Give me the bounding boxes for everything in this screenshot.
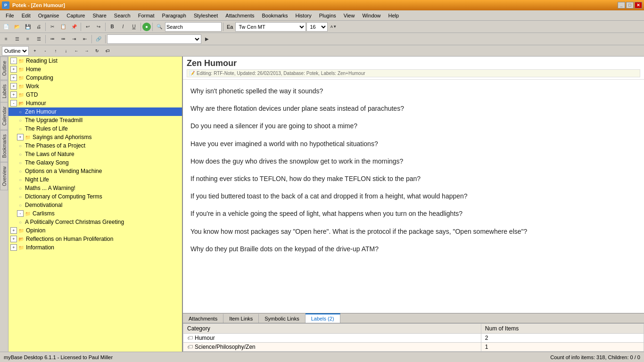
font-color-button[interactable]: A▼ [328,22,339,32]
outline-refresh-icon[interactable]: ↻ [93,47,101,55]
tab-attachments[interactable]: Attachments [183,313,223,323]
menu-share[interactable]: Share [89,12,110,19]
underline-button[interactable]: U [129,22,139,32]
tree-demotivational[interactable]: ○ Demotivational [8,201,182,209]
style-select[interactable] [107,34,201,44]
outline-up-icon[interactable]: ↑ [51,47,60,55]
expand-reading-list[interactable]: - [10,58,17,64]
outline-left-icon[interactable]: ← [72,47,81,55]
search-toolbar-button[interactable]: 🔍 [154,22,165,32]
content-body[interactable]: Why isn't phonetic spelled the way it so… [183,80,644,313]
align-center-button[interactable]: ☰ [12,34,22,44]
style-apply-button[interactable]: ▶ [202,34,212,44]
bold-button[interactable]: B [107,22,117,32]
menu-capture[interactable]: Capture [63,12,89,19]
maximize-button[interactable]: □ [626,2,634,8]
tree-reflections[interactable]: + 📂 Reflections on Human Proliferation [8,235,182,243]
cut-button[interactable]: ✂ [47,22,58,32]
tree-computing[interactable]: + 📁 Computing [8,74,182,82]
menu-file[interactable]: File [2,12,18,19]
tree-home[interactable]: + 📁 Home [8,65,182,74]
insert-link-button[interactable]: 🔗 [93,34,104,44]
tree-zen-humour[interactable]: ○ Zen Humour [8,107,182,116]
label-row-zen[interactable]: 🏷Science/Philosophy/Zen 1 [183,343,644,352]
expand-work[interactable]: + [10,83,17,90]
menu-bookmarks[interactable]: Bookmarks [258,12,291,19]
outdent-button[interactable]: ⇤ [80,34,90,44]
expand-humour[interactable]: - [10,100,17,107]
open-button[interactable]: 📂 [12,22,22,32]
tree-maths[interactable]: ○ Maths ... A Warning! [8,184,182,192]
expand-gtd[interactable]: + [10,91,17,98]
tree-dictionary[interactable]: ○ Dictionary of Computing Terms [8,192,182,201]
close-button[interactable]: ✕ [635,2,642,8]
tree-phases[interactable]: ○ The Phases of a Project [8,141,182,150]
outline-expand-icon[interactable]: + [31,47,39,55]
menu-attachments[interactable]: Attachments [222,12,258,19]
expand-carlisms[interactable]: - [17,210,24,217]
menu-paragraph[interactable]: Paragraph [158,12,190,19]
menu-stylesheet[interactable]: Stylesheet [190,12,222,19]
tree-galaxy-song[interactable]: ○ The Galaxy Song [8,158,182,167]
tree-work[interactable]: + 📁 Work [8,82,182,90]
tree-night-life[interactable]: ○ Night Life [8,175,182,184]
tree-rules-of-life[interactable]: ○ The Rules of Life [8,124,182,133]
overview-tab[interactable]: Overview [0,162,8,190]
tree-opinion[interactable]: + 📁 Opinion [8,226,182,235]
italic-button[interactable]: I [118,22,128,32]
outline-collapse-icon[interactable]: - [41,47,50,55]
outline-tag-icon[interactable]: 🏷 [103,47,112,55]
tree-christmas[interactable]: ○ A Politically Correct Christmas Greeti… [8,218,182,226]
indent-button[interactable]: ⇥ [69,34,79,44]
tab-labels[interactable]: Labels (2) [305,313,340,323]
print-button[interactable]: 🖨 [33,22,44,32]
tree-humour[interactable]: - 📂 Humour [8,99,182,107]
tree-vending[interactable]: ○ Options on a Vending Machine [8,167,182,175]
labels-tab[interactable]: Labels [0,80,8,102]
align-left-button[interactable]: ≡ [1,34,11,44]
record-button[interactable]: ● [142,23,151,31]
align-justify-button[interactable]: ☰ [33,34,44,44]
menu-history[interactable]: History [291,12,315,19]
menu-plugins[interactable]: Plugins [315,12,340,19]
tab-item-links[interactable]: Item Links [223,313,259,323]
menu-view[interactable]: View [340,12,359,19]
paste-button[interactable]: 📌 [69,22,79,32]
tree-sayings[interactable]: + 📁 Sayings and Aphorisms [8,133,182,141]
tree-upgrade-treadmill[interactable]: ○ The Upgrade Treadmill [8,116,182,124]
align-right-button[interactable]: ≡ [23,34,33,44]
copy-button[interactable]: 📋 [58,22,68,32]
tree-reading-list[interactable]: - 📁 Reading List [8,57,182,65]
tree-information[interactable]: + 📁 Information [8,243,182,252]
outline-down-icon[interactable]: ↓ [62,47,70,55]
bookmarks-tab[interactable]: Bookmarks [0,130,8,162]
expand-sayings[interactable]: + [17,134,24,140]
expand-opinion[interactable]: + [10,227,17,234]
search-input[interactable] [165,22,222,32]
outline-tab[interactable]: Outline [0,57,8,80]
expand-reflections[interactable]: + [10,236,17,242]
outline-select[interactable]: Outline [2,46,29,56]
outline-right-icon[interactable]: → [83,47,91,55]
minimize-button[interactable]: _ [618,2,625,8]
menu-search[interactable]: Search [110,12,134,19]
bullet-list-button[interactable]: ≔ [47,34,58,44]
new-button[interactable]: 📄 [1,22,11,32]
numbered-list-button[interactable]: ≔ [58,34,68,44]
expand-information[interactable]: + [10,244,17,251]
menu-help[interactable]: Help [385,12,403,19]
label-row-humour[interactable]: 🏷Humour 2 [183,334,644,343]
menu-format[interactable]: Format [134,12,158,19]
expand-home[interactable]: + [10,66,17,73]
expand-computing[interactable]: + [10,74,17,81]
font-select[interactable]: Tw Cen MT [235,22,306,32]
calendar-tab[interactable]: Calendar [0,102,8,130]
tree-carlisms[interactable]: - 📁 Carlisms [8,209,182,218]
font-size-select[interactable]: 16 [306,22,328,32]
tree-laws-nature[interactable]: ○ The Laws of Nature [8,150,182,158]
menu-organise[interactable]: Organise [34,12,63,19]
tree-gtd[interactable]: + 📁 GTD [8,90,182,99]
undo-button[interactable]: ↩ [83,22,93,32]
menu-window[interactable]: Window [358,12,384,19]
save-button[interactable]: 💾 [23,22,33,32]
